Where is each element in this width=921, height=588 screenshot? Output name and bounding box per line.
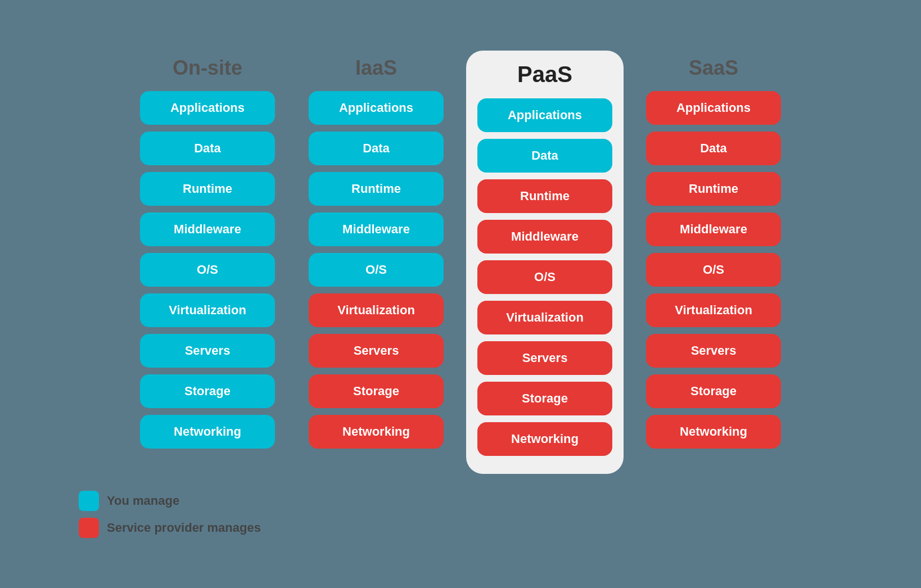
pill-iaas-0: Applications: [309, 91, 444, 125]
pill-onsite-8: Networking: [140, 415, 275, 449]
pill-onsite-7: Storage: [140, 374, 275, 408]
legend-dot-red: [79, 518, 99, 538]
pill-iaas-4: O/S: [309, 253, 444, 287]
pill-saas-7: Storage: [646, 374, 781, 408]
column-header-iaas: IaaS: [355, 51, 397, 80]
pill-iaas-1: Data: [309, 132, 444, 165]
pill-iaas-7: Storage: [309, 374, 444, 408]
pill-paas-6: Servers: [477, 341, 612, 375]
pill-saas-0: Applications: [646, 91, 781, 125]
pill-iaas-2: Runtime: [309, 172, 444, 206]
column-saas: SaaSApplicationsDataRuntimeMiddlewareO/S…: [635, 51, 792, 455]
legend-item: You manage: [79, 491, 261, 511]
legend-item: Service provider manages: [79, 518, 261, 538]
column-iaas: IaaSApplicationsDataRuntimeMiddlewareO/S…: [297, 51, 455, 455]
pill-iaas-6: Servers: [309, 334, 444, 368]
column-header-onsite: On-site: [173, 51, 242, 80]
pill-onsite-6: Servers: [140, 334, 275, 368]
pill-paas-2: Runtime: [477, 179, 612, 213]
pill-paas-7: Storage: [477, 382, 612, 415]
columns-wrapper: On-siteApplicationsDataRuntimeMiddleware…: [123, 51, 798, 474]
pill-saas-5: Virtualization: [646, 293, 781, 327]
pill-saas-6: Servers: [646, 334, 781, 368]
legend-label: Service provider manages: [107, 521, 261, 535]
pill-onsite-0: Applications: [140, 91, 275, 125]
pill-paas-0: Applications: [477, 98, 612, 132]
pill-paas-8: Networking: [477, 422, 612, 456]
pill-paas-1: Data: [477, 139, 612, 173]
legend: You manageService provider manages: [79, 491, 261, 538]
pill-saas-3: Middleware: [646, 212, 781, 246]
pill-paas-4: O/S: [477, 260, 612, 294]
pill-onsite-5: Virtualization: [140, 293, 275, 327]
column-header-paas: PaaS: [517, 51, 572, 87]
pill-saas-2: Runtime: [646, 172, 781, 206]
legend-label: You manage: [107, 494, 179, 508]
pill-onsite-1: Data: [140, 132, 275, 165]
pill-iaas-8: Networking: [309, 415, 444, 449]
pill-onsite-3: Middleware: [140, 212, 275, 246]
pill-paas-3: Middleware: [477, 220, 612, 254]
pill-iaas-5: Virtualization: [309, 293, 444, 327]
pill-paas-5: Virtualization: [477, 301, 612, 334]
pill-iaas-3: Middleware: [309, 212, 444, 246]
column-paas: PaaSApplicationsDataRuntimeMiddlewareO/S…: [466, 51, 624, 474]
column-onsite: On-siteApplicationsDataRuntimeMiddleware…: [129, 51, 286, 455]
pill-onsite-4: O/S: [140, 253, 275, 287]
pill-saas-4: O/S: [646, 253, 781, 287]
pill-saas-1: Data: [646, 132, 781, 165]
column-header-saas: SaaS: [689, 51, 738, 80]
legend-dot-teal: [79, 491, 99, 511]
pill-saas-8: Networking: [646, 415, 781, 449]
main-container: On-siteApplicationsDataRuntimeMiddleware…: [0, 28, 921, 560]
pill-onsite-2: Runtime: [140, 172, 275, 206]
